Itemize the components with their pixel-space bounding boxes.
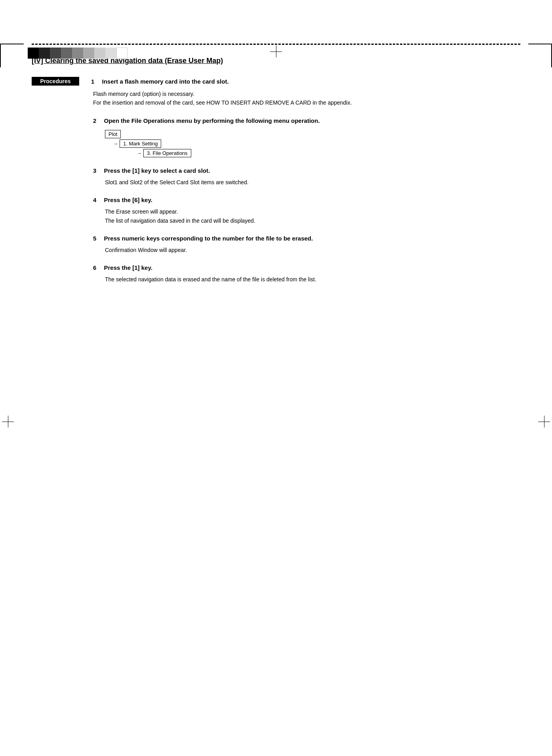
step6-number: 6 <box>93 264 96 271</box>
step3-heading: 3 Press the [1] key to select a card slo… <box>93 167 520 174</box>
color-block-1 <box>28 48 39 59</box>
menu-top-row: Plot <box>105 130 520 138</box>
step1-heading: 1 Insert a flash memory card into the ca… <box>91 77 229 85</box>
step5-heading-text: Press numeric keys corresponding to the … <box>104 235 313 242</box>
step-4: 4 Press the [6] key. The Erase screen wi… <box>93 197 520 225</box>
menu-plot-box: Plot <box>105 130 121 138</box>
step2-number: 2 <box>93 117 96 124</box>
menu-arrow-2: → <box>137 150 142 156</box>
step6-body: The selected navigation data is erased a… <box>105 275 520 284</box>
step-5: 5 Press numeric keys corresponding to th… <box>93 235 520 254</box>
step1-heading-text: Insert a flash memory card into the card… <box>102 78 229 85</box>
step4-heading-text: Press the [6] key. <box>104 197 152 203</box>
step4-body-line2: The list of navigation data saved in the… <box>105 216 520 225</box>
step4-number: 4 <box>93 197 96 203</box>
color-block-3 <box>50 48 61 59</box>
menu-row-1: → 1. Mark Setting <box>113 139 520 148</box>
step3-number: 3 <box>93 167 96 174</box>
step6-heading-text: Press the [1] key. <box>104 264 152 271</box>
step1-row: Procedures 1 Insert a flash memory card … <box>32 77 520 86</box>
color-block-5 <box>72 48 83 59</box>
menu-row-2: → 3. File Operations <box>137 149 520 157</box>
menu-diagram: Plot → 1. Mark Setting → 3. File Operati… <box>105 130 520 157</box>
color-block-7 <box>94 48 105 59</box>
menu-file-ops-box: 3. File Operations <box>143 149 191 157</box>
corner-tl <box>0 44 24 67</box>
crosshair-right <box>538 416 550 428</box>
dashed-separator <box>32 44 520 45</box>
menu-mark-setting-box: 1. Mark Setting <box>120 139 161 148</box>
crosshair-top <box>270 46 282 57</box>
step5-number: 5 <box>93 235 96 242</box>
color-block-9 <box>116 48 128 59</box>
step1-body-line2: For the insertion and removal of the car… <box>93 98 520 107</box>
steps-container: 2 Open the File Operations menu by perfo… <box>93 117 520 284</box>
step4-body: The Erase screen will appear. The list o… <box>105 207 520 225</box>
procedures-badge: Procedures <box>32 77 79 86</box>
step3-body: Slot1 and Slot2 of the Select Card Slot … <box>105 178 520 187</box>
step5-heading: 5 Press numeric keys corresponding to th… <box>93 235 520 242</box>
color-block-4 <box>61 48 72 59</box>
page-container: [IV] Clearing the saved navigation data … <box>0 44 552 756</box>
corner-tr <box>528 44 552 67</box>
top-color-bar <box>28 48 128 59</box>
step1-body-line1: Flash memory card (option) is necessary. <box>93 90 520 98</box>
step2-heading-text: Open the File Operations menu by perform… <box>104 117 320 124</box>
step5-body-line1: Confirmation Window will appear. <box>105 246 520 254</box>
step-6: 6 Press the [1] key. The selected naviga… <box>93 264 520 284</box>
step2-heading: 2 Open the File Operations menu by perfo… <box>93 117 520 124</box>
menu-arrow-1: → <box>113 141 118 147</box>
color-block-6 <box>83 48 94 59</box>
step3-body-line1: Slot1 and Slot2 of the Select Card Slot … <box>105 178 520 187</box>
content-area: [IV] Clearing the saved navigation data … <box>32 57 520 284</box>
step-2: 2 Open the File Operations menu by perfo… <box>93 117 520 157</box>
color-block-8 <box>105 48 116 59</box>
step4-body-line1: The Erase screen will appear. <box>105 207 520 216</box>
step5-body: Confirmation Window will appear. <box>105 246 520 254</box>
step6-body-line1: The selected navigation data is erased a… <box>105 275 520 284</box>
color-block-2 <box>39 48 50 59</box>
step-3: 3 Press the [1] key to select a card slo… <box>93 167 520 187</box>
step4-heading: 4 Press the [6] key. <box>93 197 520 203</box>
step1-body: Flash memory card (option) is necessary.… <box>93 90 520 107</box>
step6-heading: 6 Press the [1] key. <box>93 264 520 271</box>
step3-heading-text: Press the [1] key to select a card slot. <box>104 167 210 174</box>
crosshair-left <box>2 416 14 428</box>
step1-number: 1 <box>91 78 94 85</box>
